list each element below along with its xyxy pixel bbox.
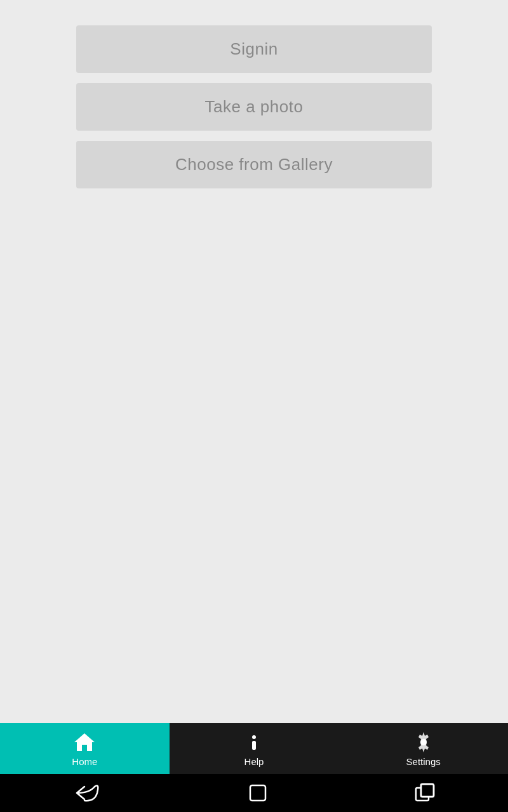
info-icon (243, 731, 265, 754)
help-label: Help (244, 756, 264, 767)
svg-rect-4 (250, 785, 265, 801)
home-system-button[interactable] (246, 782, 269, 804)
settings-label: Settings (406, 756, 441, 767)
choose-gallery-button[interactable]: Choose from Gallery (76, 141, 432, 188)
back-button[interactable] (72, 784, 102, 802)
system-nav-bar (0, 774, 508, 812)
svg-rect-2 (252, 741, 256, 750)
bottom-nav-bar: Home Help Settings (0, 723, 508, 774)
gear-icon (412, 731, 435, 754)
nav-item-settings[interactable]: Settings (338, 723, 508, 774)
svg-point-1 (252, 735, 256, 739)
main-content: Signin Take a photo Choose from Gallery (0, 0, 508, 723)
home-icon (73, 731, 96, 754)
nav-item-home[interactable]: Home (0, 723, 170, 774)
home-label: Home (72, 756, 97, 767)
recents-button[interactable] (413, 782, 436, 804)
signin-button[interactable]: Signin (76, 25, 432, 73)
nav-item-help[interactable]: Help (170, 723, 339, 774)
take-photo-button[interactable]: Take a photo (76, 83, 432, 131)
svg-rect-6 (421, 784, 434, 797)
svg-marker-0 (74, 733, 95, 751)
